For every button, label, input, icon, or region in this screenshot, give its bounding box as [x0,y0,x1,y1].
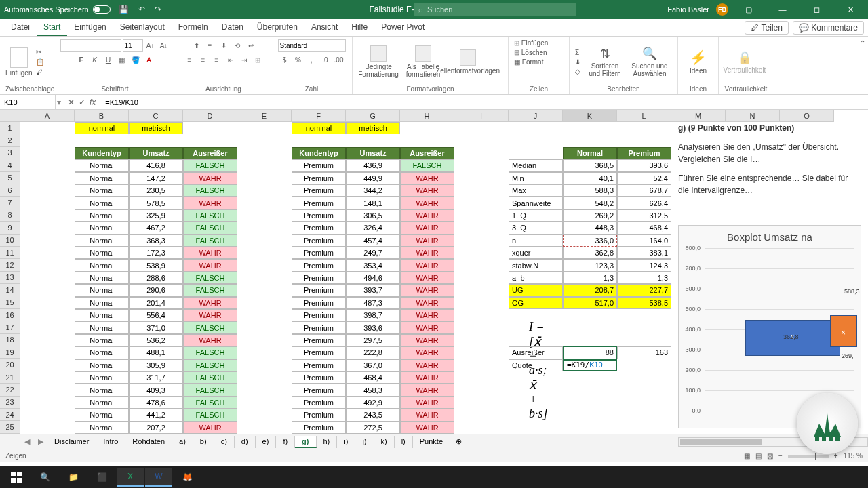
indent-inc-icon[interactable]: ⇥ [238,54,250,66]
cell-H13[interactable]: WAHR [400,272,454,284]
sheet-nav-prev-icon[interactable]: ◀ [20,437,34,446]
cell-B25[interactable]: Normal [75,422,129,434]
cell-F24[interactable]: Premium [292,409,346,421]
cell-G21[interactable]: 468,4 [346,371,400,384]
cell-J9[interactable]: 3. Q [509,222,563,234]
row-header-8[interactable]: 8 [0,209,20,222]
underline-icon[interactable]: U [102,54,115,66]
cell-L15[interactable]: 538,5 [617,297,671,309]
row-header-5[interactable]: 5 [0,172,20,184]
row-header-14[interactable]: 14 [0,284,20,296]
cell-B12[interactable]: Normal [75,259,129,271]
cell-D9[interactable]: FALSCH [183,222,237,234]
cell-F11[interactable]: Premium [292,247,346,259]
comma-icon[interactable]: , [306,54,318,66]
ribbon-mode-icon[interactable]: ▢ [735,5,762,14]
cell-B9[interactable]: Normal [75,222,129,234]
cell-D5[interactable]: WAHR [183,172,237,184]
taskbar-obs[interactable]: ⬛ [88,468,115,487]
cell-H5[interactable]: WAHR [400,172,454,184]
font-family-select[interactable] [60,39,121,52]
dec-dec-icon[interactable]: .00 [333,54,345,66]
cell-K20[interactable]: =K19/K10 [563,359,617,371]
new-sheet-icon[interactable]: ⊕ [450,437,467,446]
cell-F10[interactable]: Premium [292,235,346,247]
cell-D25[interactable]: WAHR [183,422,237,434]
autosum-icon[interactable]: Σ [575,49,580,56]
insert-cells-button[interactable]: ⊞ Einfügen [514,39,548,47]
cell-G9[interactable]: 326,4 [346,222,400,234]
cell-L5[interactable]: 52,4 [617,172,671,184]
cell-H10[interactable]: WAHR [400,235,454,247]
cell-H6[interactable]: WAHR [400,184,454,197]
cell-B24[interactable]: Normal [75,409,129,421]
sheet-tab-h)[interactable]: h) [317,436,338,448]
sheet-nav-next-icon[interactable]: ▶ [34,437,47,446]
cancel-formula-icon[interactable]: ✕ [68,98,75,107]
cell-J5[interactable]: Min [509,172,563,184]
row-header-12[interactable]: 12 [0,259,20,271]
cell-D23[interactable]: FALSCH [183,396,237,409]
paste-button[interactable]: Einfügen [5,47,32,77]
cell-F7[interactable]: Premium [292,197,346,209]
sheet-tab-Disclaimer[interactable]: Disclaimer [47,436,96,448]
cell-C16[interactable]: 556,4 [129,309,183,321]
align-mid-icon[interactable]: ≡ [204,39,216,52]
cell-D7[interactable]: WAHR [183,197,237,209]
cell-G6[interactable]: 344,2 [346,184,400,197]
cell-C13[interactable]: 288,6 [129,272,183,284]
cell-C25[interactable]: 207,2 [129,422,183,434]
sheet-tab-c)[interactable]: c) [214,436,235,448]
fill-icon[interactable]: ⬇ [575,58,580,66]
sheet-tab-Intro[interactable]: Intro [96,436,125,448]
cell-C11[interactable]: 172,3 [129,247,183,259]
row-headers[interactable]: 1234567891011121314151617181920212223242… [0,122,20,434]
cell-C23[interactable]: 478,6 [129,396,183,409]
name-box[interactable]: K10 [0,95,56,109]
row-header-24[interactable]: 24 [0,409,20,421]
cell-D3[interactable]: Ausreißer [183,147,237,159]
cell-D12[interactable]: WAHR [183,259,237,271]
cell-L11[interactable]: 383,1 [617,247,671,259]
cell-H25[interactable]: WAHR [400,422,454,434]
row-header-25[interactable]: 25 [0,421,20,433]
sort-filter-button[interactable]: ⇅Sortieren und Filtern [585,46,625,77]
cell-D20[interactable]: FALSCH [183,359,237,371]
cell-B17[interactable]: Normal [75,321,129,333]
cell-G11[interactable]: 249,7 [346,247,400,259]
cell-L9[interactable]: 468,4 [617,222,671,234]
cell-B5[interactable]: Normal [75,172,129,184]
cell-H17[interactable]: WAHR [400,321,454,333]
row-header-15[interactable]: 15 [0,296,20,308]
cell-C7[interactable]: 578,5 [129,197,183,209]
menu-überprüfen[interactable]: Überprüfen [250,20,304,36]
find-select-button[interactable]: 🔍Suchen und Auswählen [629,46,670,77]
row-header-10[interactable]: 10 [0,235,20,247]
col-header-D[interactable]: D [183,110,237,122]
cell-G23[interactable]: 492,9 [346,396,400,409]
view-layout-icon[interactable]: ▤ [755,452,762,460]
cell-H20[interactable]: WAHR [400,359,454,371]
cell-C12[interactable]: 538,9 [129,259,183,271]
cell-C5[interactable]: 147,2 [129,172,183,184]
col-header-L[interactable]: L [617,110,671,122]
menu-ansicht[interactable]: Ansicht [304,20,344,36]
fx-icon[interactable]: fx [90,98,96,107]
col-header-H[interactable]: H [400,110,454,122]
cell-B7[interactable]: Normal [75,197,129,209]
search-box[interactable]: ⌕ Suchen [414,3,576,16]
col-header-A[interactable]: A [20,110,75,122]
cell-F3[interactable]: Kundentyp [292,147,346,159]
inc-dec-icon[interactable]: .0 [319,54,332,66]
cell-L8[interactable]: 312,5 [617,209,671,222]
cell-K10[interactable]: 336,0 [563,235,617,247]
cell-G14[interactable]: 393,7 [346,284,400,296]
comments-button[interactable]: 💬 Kommentare [793,21,864,35]
cell-C20[interactable]: 305,9 [129,359,183,371]
row-header-19[interactable]: 19 [0,346,20,359]
font-color-icon[interactable]: A [143,54,155,66]
cell-C17[interactable]: 371,0 [129,321,183,333]
row-header-13[interactable]: 13 [0,272,20,284]
cell-K14[interactable]: 208,7 [563,284,617,296]
cell-D22[interactable]: FALSCH [183,384,237,396]
